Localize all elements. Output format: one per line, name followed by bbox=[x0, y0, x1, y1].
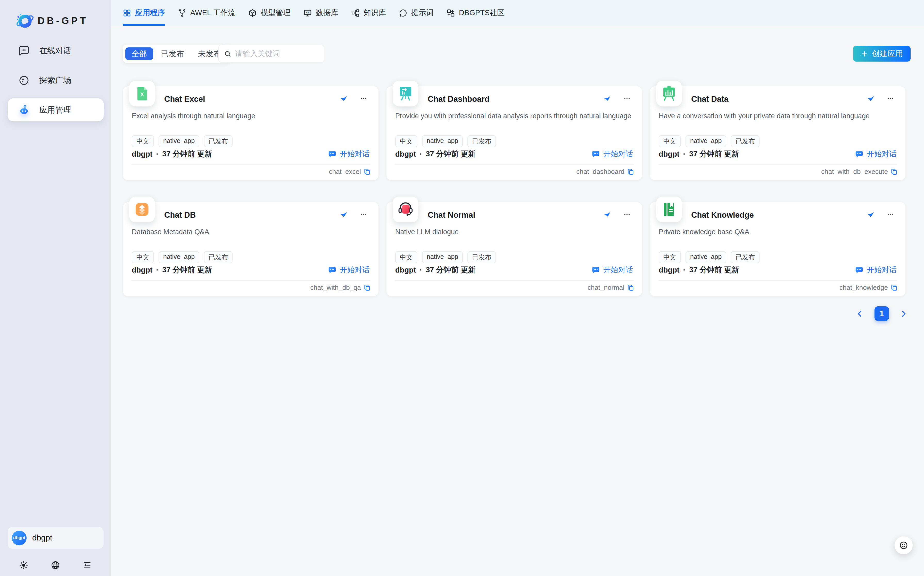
app-tag: native_app bbox=[422, 251, 463, 263]
app-title: Chat Data bbox=[691, 94, 728, 104]
app-tag: 中文 bbox=[395, 135, 417, 147]
search-box bbox=[218, 45, 324, 63]
more-menu-icon[interactable] bbox=[887, 211, 894, 218]
feedback-smiley-button[interactable] bbox=[895, 536, 913, 554]
app-card[interactable]: Chat DB Database Metadata Q&A 中文native_a… bbox=[123, 202, 379, 296]
app-tags: 中文native_app已发布 bbox=[659, 135, 759, 147]
app-title: Chat DB bbox=[164, 210, 196, 220]
chat-message-icon bbox=[855, 150, 863, 158]
theme-sun-icon[interactable] bbox=[19, 560, 28, 570]
filter-all[interactable]: 全部 bbox=[125, 47, 153, 60]
start-chat-label: 开始对话 bbox=[603, 149, 633, 159]
start-chat-link[interactable]: 开始对话 bbox=[592, 265, 633, 275]
app-tag: 中文 bbox=[132, 135, 154, 147]
app-description: Have a conversation with your private da… bbox=[659, 112, 896, 120]
copy-icon[interactable] bbox=[627, 168, 634, 175]
copy-icon[interactable] bbox=[890, 284, 898, 291]
tab-knowledge-base[interactable]: 知识库 bbox=[351, 0, 386, 26]
start-chat-link[interactable]: 开始对话 bbox=[855, 149, 897, 159]
dingtalk-share-icon[interactable] bbox=[866, 211, 874, 219]
filter-toolbar: 全部 已发布 未发布 创建应用 bbox=[123, 45, 911, 63]
top-navigation: 应用程序 AWEL 工作流 模型管理 SQL 数据库 bbox=[111, 0, 924, 26]
start-chat-link[interactable]: 开始对话 bbox=[592, 149, 633, 159]
chat-message-icon bbox=[328, 150, 337, 158]
tab-label: 数据库 bbox=[316, 8, 338, 18]
language-globe-icon[interactable] bbox=[51, 560, 60, 570]
start-chat-link[interactable]: 开始对话 bbox=[328, 149, 370, 159]
app-owner: dbgpt bbox=[659, 150, 680, 158]
app-meta: dbgpt · 37 分钟前 更新 开始对话 bbox=[132, 265, 370, 275]
tab-label: 知识库 bbox=[364, 8, 386, 18]
pagination: 1 bbox=[855, 306, 908, 321]
app-tag: native_app bbox=[422, 135, 463, 147]
dashboard-board-icon bbox=[397, 85, 414, 102]
dingtalk-share-icon[interactable] bbox=[340, 95, 348, 103]
card-divider bbox=[395, 164, 634, 165]
more-menu-icon[interactable] bbox=[360, 211, 367, 218]
more-menu-icon[interactable] bbox=[360, 95, 367, 102]
app-tag: native_app bbox=[159, 135, 199, 147]
dbgpt-logo[interactable]: DB-GPT bbox=[15, 10, 88, 31]
tab-prompts[interactable]: 提示词 bbox=[399, 0, 434, 26]
app-tag: 已发布 bbox=[467, 135, 496, 147]
svg-text:SQL: SQL bbox=[305, 11, 310, 14]
app-card[interactable]: Chat Knowledge Private knowledge base Q&… bbox=[650, 202, 906, 296]
card-divider bbox=[658, 280, 897, 281]
copy-icon[interactable] bbox=[364, 168, 371, 175]
app-title: Chat Excel bbox=[164, 94, 205, 104]
page-number[interactable]: 1 bbox=[874, 306, 889, 321]
more-menu-icon[interactable] bbox=[623, 95, 630, 102]
start-chat-label: 开始对话 bbox=[867, 149, 897, 159]
app-description: Excel analysis through natural language bbox=[132, 112, 369, 120]
sidebar-item-app-management[interactable]: 应用管理 bbox=[8, 98, 104, 121]
tab-apps[interactable]: 应用程序 bbox=[123, 0, 165, 26]
start-chat-link[interactable]: 开始对话 bbox=[855, 265, 897, 275]
app-icon-tile bbox=[393, 81, 419, 106]
prev-page-icon[interactable] bbox=[855, 309, 864, 318]
copy-icon[interactable] bbox=[364, 284, 371, 291]
dingtalk-share-icon[interactable] bbox=[340, 211, 348, 219]
start-chat-label: 开始对话 bbox=[340, 265, 370, 275]
sidebar-item-label: 探索广场 bbox=[39, 75, 71, 86]
tab-label: 模型管理 bbox=[261, 8, 290, 18]
meta-separator: · bbox=[683, 150, 686, 158]
copy-icon[interactable] bbox=[627, 284, 634, 291]
dingtalk-share-icon[interactable] bbox=[603, 95, 611, 103]
app-card[interactable]: Chat Normal Native LLM dialogue 中文native… bbox=[386, 202, 642, 296]
start-chat-label: 开始对话 bbox=[867, 265, 897, 275]
app-code: chat_with_db_execute bbox=[821, 168, 888, 176]
filter-published[interactable]: 已发布 bbox=[155, 47, 190, 60]
app-card[interactable]: X Chat Excel Excel analysis through natu… bbox=[123, 86, 379, 180]
sidebar-item-online-chat[interactable]: 在线对话 bbox=[8, 39, 104, 62]
app-card[interactable]: Chat Data Have a conversation with your … bbox=[650, 86, 906, 180]
meta-separator: · bbox=[420, 266, 422, 274]
robot-icon bbox=[18, 104, 30, 116]
card-divider bbox=[658, 164, 897, 165]
tab-awel-workflow[interactable]: AWEL 工作流 bbox=[178, 0, 235, 26]
tab-dbgpts-community[interactable]: DBGPTS社区 bbox=[446, 0, 505, 26]
copy-icon[interactable] bbox=[890, 168, 898, 175]
meta-separator: · bbox=[683, 266, 686, 274]
search-input[interactable] bbox=[235, 50, 332, 58]
dingtalk-share-icon[interactable] bbox=[603, 211, 611, 219]
tab-label: 应用程序 bbox=[135, 8, 165, 18]
dingtalk-share-icon[interactable] bbox=[866, 95, 874, 103]
app-card[interactable]: Chat Dashboard Provide you with professi… bbox=[386, 86, 642, 180]
user-chip[interactable]: dbgpt dbgpt bbox=[8, 527, 104, 549]
sidebar-item-explore[interactable]: 探索广场 bbox=[8, 69, 104, 92]
collapse-sidebar-icon[interactable] bbox=[82, 560, 92, 570]
start-chat-label: 开始对话 bbox=[340, 149, 370, 159]
app-tag: native_app bbox=[159, 251, 199, 263]
start-chat-link[interactable]: 开始对话 bbox=[328, 265, 370, 275]
publish-filter: 全部 已发布 未发布 bbox=[123, 45, 230, 63]
app-icon-tile bbox=[393, 197, 419, 222]
tab-model-management[interactable]: 模型管理 bbox=[248, 0, 290, 26]
next-page-icon[interactable] bbox=[899, 309, 908, 318]
app-tag: 已发布 bbox=[204, 251, 233, 263]
app-tags: 中文native_app已发布 bbox=[132, 251, 233, 263]
more-menu-icon[interactable] bbox=[887, 95, 894, 102]
more-menu-icon[interactable] bbox=[623, 211, 630, 218]
create-app-button[interactable]: 创建应用 bbox=[853, 46, 911, 62]
chat-bubble-icon bbox=[18, 45, 30, 57]
tab-database[interactable]: SQL 数据库 bbox=[303, 0, 338, 26]
